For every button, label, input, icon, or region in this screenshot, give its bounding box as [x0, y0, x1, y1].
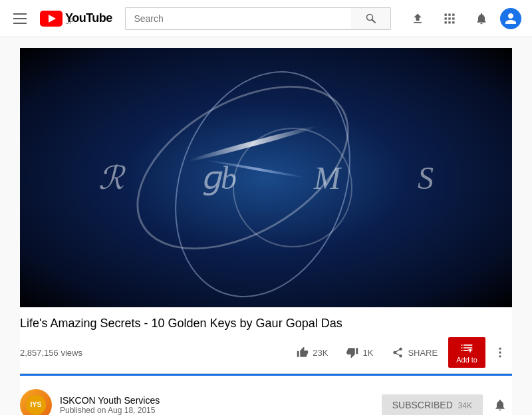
search-form	[125, 7, 391, 30]
svg-rect-10	[445, 21, 447, 23]
search-area	[112, 7, 404, 30]
channel-avatar-inner: IYS	[20, 389, 52, 415]
dislike-button[interactable]: 1K	[338, 343, 381, 362]
search-button[interactable]	[351, 7, 391, 30]
video-title: Life's Amazing Secrets - 10 Golden Keys …	[20, 315, 512, 332]
letter-r: ℛ	[98, 159, 124, 196]
action-buttons: 23K 1K SHARE	[289, 337, 512, 368]
yt-play-icon	[40, 11, 63, 27]
channel-name[interactable]: ISKCON Youth Services	[60, 395, 160, 406]
channel-info: ISKCON Youth Services Published on Aug 1…	[60, 395, 160, 415]
channel-left: IYS ISKCON Youth Services Published on A…	[20, 389, 160, 415]
main-content: ℛ ɡb M S Life's Amazing Secrets - 10 Gol…	[0, 48, 532, 415]
upload-icon[interactable]	[404, 5, 431, 32]
svg-point-14	[499, 352, 501, 354]
add-to-playlist-icon	[460, 341, 473, 354]
svg-rect-11	[448, 21, 450, 23]
svg-rect-4	[445, 13, 447, 15]
subscribed-label: SUBSCRIBED	[392, 400, 453, 410]
channel-row: IYS ISKCON Youth Services Published on A…	[20, 381, 512, 415]
more-options-button[interactable]	[488, 342, 512, 363]
view-count: 2,857,156 views	[20, 348, 82, 358]
letter-g: ɡb	[201, 159, 237, 196]
video-meta-row: 2,857,156 views 23K 1K	[20, 337, 512, 374]
dislike-count: 1K	[362, 348, 373, 358]
add-to-label: Add to	[456, 356, 477, 364]
svg-point-15	[499, 355, 501, 357]
header-left: YouTube JP	[11, 11, 112, 27]
svg-rect-6	[452, 13, 454, 15]
share-icon	[392, 346, 404, 358]
header: YouTube JP	[0, 0, 532, 37]
video-thumbnail[interactable]: ℛ ɡb M S	[20, 48, 512, 307]
bell-icon	[493, 398, 507, 412]
like-count: 23K	[313, 348, 328, 358]
svg-line-3	[372, 19, 375, 23]
svg-rect-9	[452, 17, 454, 19]
avatar[interactable]	[500, 8, 521, 29]
search-input[interactable]	[125, 7, 351, 30]
channel-bell-button[interactable]	[488, 393, 512, 415]
channel-publish-date: Published on Aug 18, 2015	[60, 406, 160, 415]
progress-bar	[20, 374, 512, 376]
apps-icon[interactable]	[436, 5, 463, 32]
video-info: Life's Amazing Secrets - 10 Golden Keys …	[20, 307, 512, 381]
video-container[interactable]: ℛ ɡb M S	[20, 48, 512, 307]
subscribed-button[interactable]: SUBSCRIBED 34K	[382, 394, 483, 415]
channel-right: SUBSCRIBED 34K	[382, 393, 512, 415]
sub-count: 34K	[458, 401, 472, 410]
svg-rect-8	[448, 17, 450, 19]
youtube-logo[interactable]: YouTube JP	[40, 11, 112, 27]
letter-s: S	[418, 160, 434, 196]
svg-point-13	[499, 348, 501, 350]
thumbs-up-icon	[297, 346, 309, 358]
hamburger-menu-icon[interactable]	[11, 11, 29, 27]
add-to-button[interactable]: Add to	[448, 337, 485, 368]
more-dots-icon	[493, 346, 507, 359]
like-button[interactable]: 23K	[289, 343, 336, 362]
channel-avatar[interactable]: IYS	[20, 389, 52, 415]
share-label: SHARE	[408, 348, 438, 358]
video-letters-overlay: ℛ ɡb M S	[20, 48, 512, 307]
letter-m: M	[314, 160, 340, 196]
svg-rect-12	[452, 21, 454, 23]
search-icon	[366, 13, 376, 24]
share-button[interactable]: SHARE	[384, 343, 446, 362]
svg-rect-7	[445, 17, 447, 19]
add-to-wrapper: Add to	[448, 337, 485, 368]
thumbs-down-icon	[346, 346, 358, 358]
notifications-icon[interactable]	[468, 5, 495, 32]
svg-text:IYS: IYS	[31, 400, 42, 408]
svg-rect-5	[448, 13, 450, 15]
logo-jp-badge: JP	[66, 19, 112, 25]
header-right	[404, 5, 521, 32]
